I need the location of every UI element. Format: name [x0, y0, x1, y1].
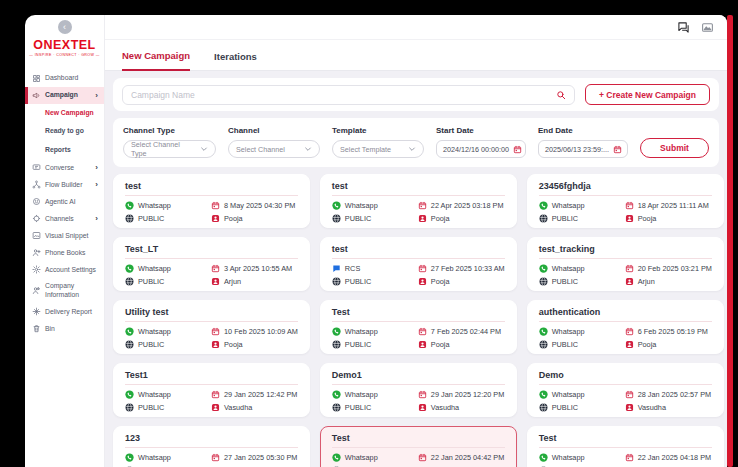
template-select[interactable]: Select Template: [332, 140, 424, 158]
chevron-right-icon: ›: [95, 163, 100, 172]
tab-bar: New CampaignIterations: [105, 40, 727, 71]
topbar: [105, 15, 727, 40]
card-info: Whatsapp22 Jan 2025 04:42 PMPUBLIC: [332, 453, 505, 467]
start-date-group: Start Date 2024/12/16 00:00:00: [436, 126, 526, 158]
card-visibility-label: PUBLIC: [345, 403, 371, 412]
card-channel: Whatsapp: [125, 327, 211, 336]
campaign-card-test[interactable]: testWhatsapp8 May 2025 04:30 PMPUBLICPoo…: [113, 174, 310, 228]
card-owner: Arjun: [625, 277, 712, 286]
card-owner: Pooja: [418, 340, 505, 349]
globe-icon: [332, 340, 341, 349]
chat-icon[interactable]: [677, 21, 690, 34]
card-divider: [332, 384, 505, 385]
create-new-campaign-button[interactable]: + Create New Campaign: [585, 84, 710, 105]
sidebar-item-label: Channels: [45, 215, 74, 223]
card-datetime: 27 Feb 2025 10:33 AM: [418, 264, 505, 273]
card-datetime-label: 29 Jan 2025 12:42 PM: [224, 390, 297, 399]
card-owner-label: Pooja: [431, 340, 450, 349]
sidebar-item-company-information[interactable]: Company Information: [25, 278, 104, 303]
sidebar-item-converse[interactable]: Converse›: [25, 159, 104, 176]
tab-iterations[interactable]: Iterations: [214, 51, 257, 70]
campaign-name-field[interactable]: [122, 85, 575, 105]
phone-books-icon: [32, 248, 41, 257]
card-divider: [539, 321, 712, 322]
sidebar-item-channels[interactable]: Channels›: [25, 210, 104, 227]
card-info: Whatsapp10 Feb 2025 10:09 AMPUBLICPooja: [125, 327, 298, 349]
sidebar-item-reports[interactable]: Reports: [25, 142, 104, 158]
card-info: Whatsapp27 Jan 2025 05:30 PMPUBLIC: [125, 453, 298, 467]
campaign-card-test1[interactable]: Test1Whatsapp29 Jan 2025 12:42 PMPUBLICV…: [113, 363, 310, 417]
channel-select[interactable]: Select Channel: [228, 140, 320, 158]
sidebar-item-visual-snippet[interactable]: Visual Snippet: [25, 227, 104, 244]
template-value: Select Template: [340, 145, 391, 154]
campaign-card-test[interactable]: TestWhatsapp22 Jan 2025 04:18 PMPUBLIC: [527, 426, 724, 467]
card-datetime-label: 18 Apr 2025 11:11 AM: [638, 201, 709, 210]
card-info: Whatsapp20 Feb 2025 03:21 PMPUBLICArjun: [539, 264, 712, 286]
campaign-card-authentication[interactable]: authenticationWhatsapp6 Feb 2025 05:19 P…: [527, 300, 724, 354]
sidebar-item-label: New Campaign: [45, 109, 94, 117]
sidebar-item-phone-books[interactable]: Phone Books: [25, 244, 104, 261]
card-title: test_tracking: [539, 244, 712, 254]
campaign-card-test[interactable]: testRCS27 Feb 2025 10:33 AMPUBLICPooja: [320, 237, 517, 291]
campaign-card-demo[interactable]: DemoWhatsapp28 Jan 2025 02:57 PMPUBLICVa…: [527, 363, 724, 417]
campaign-name-input[interactable]: [131, 90, 556, 100]
submit-button[interactable]: Submit: [640, 138, 709, 158]
card-info: Whatsapp3 Apr 2025 10:55 AMPUBLICArjun: [125, 264, 298, 286]
card-datetime-label: 3 Apr 2025 10:55 AM: [224, 264, 292, 273]
campaign-card-23456fghdja[interactable]: 23456fghdjaWhatsapp18 Apr 2025 11:11 AMP…: [527, 174, 724, 228]
sidebar-item-dashboard[interactable]: Dashboard: [25, 70, 104, 87]
delivery-report-icon: [32, 307, 41, 316]
card-channel: Whatsapp: [539, 264, 625, 273]
start-date-input[interactable]: 2024/12/16 00:00:00: [436, 140, 526, 158]
sidebar-item-flow-builder[interactable]: Flow Builder›: [25, 176, 104, 193]
vertical-scrollbar[interactable]: [727, 15, 733, 467]
card-divider: [332, 258, 505, 259]
sidebar-item-bin[interactable]: Bin: [25, 320, 104, 337]
image-icon[interactable]: [701, 21, 714, 34]
card-owner-label: Pooja: [638, 340, 657, 349]
campaign-card-demo1[interactable]: Demo1Whatsapp29 Jan 2025 12:20 PMPUBLICV…: [320, 363, 517, 417]
campaign-card-test-lt[interactable]: Test_LTWhatsapp3 Apr 2025 10:55 AMPUBLIC…: [113, 237, 310, 291]
campaign-card-test-tracking[interactable]: test_trackingWhatsapp20 Feb 2025 03:21 P…: [527, 237, 724, 291]
calendar-icon[interactable]: [613, 145, 622, 154]
card-info: Whatsapp28 Jan 2025 02:57 PMPUBLICVasudh…: [539, 390, 712, 412]
visual-snippet-icon: [32, 231, 41, 240]
card-title: Test: [332, 307, 505, 317]
card-divider: [539, 447, 712, 448]
chevron-down-icon: [304, 145, 312, 153]
sidebar-item-account-settings[interactable]: Account Settings: [25, 261, 104, 278]
campaign-icon: [32, 91, 41, 100]
campaign-card-123[interactable]: 123Whatsapp27 Jan 2025 05:30 PMPUBLIC: [113, 426, 310, 467]
tab-new-campaign[interactable]: New Campaign: [122, 50, 190, 71]
sidebar-item-new-campaign[interactable]: New Campaign: [25, 105, 104, 121]
calendar-icon: [211, 327, 220, 336]
campaign-card-test[interactable]: testWhatsapp22 Apr 2025 03:18 PMPUBLICPo…: [320, 174, 517, 228]
whatsapp-icon: [125, 390, 134, 399]
sidebar-item-ready-to-go[interactable]: Ready to go: [25, 123, 104, 139]
sidebar-item-label: Bin: [45, 325, 55, 333]
campaign-card-test[interactable]: TestWhatsapp22 Jan 2025 04:42 PMPUBLIC: [320, 426, 517, 467]
calendar-icon[interactable]: [513, 145, 522, 154]
end-date-value: 2025/06/13 23:59:...: [545, 145, 609, 154]
search-icon[interactable]: [556, 90, 566, 100]
start-date-label: Start Date: [436, 126, 526, 135]
card-channel: RCS: [332, 264, 418, 273]
channel-type-value: Select Channel Type: [131, 140, 195, 158]
globe-icon: [539, 340, 548, 349]
channel-type-select[interactable]: Select Channel Type: [123, 140, 216, 158]
card-channel: Whatsapp: [125, 390, 211, 399]
card-info: Whatsapp22 Apr 2025 03:18 PMPUBLICPooja: [332, 201, 505, 223]
sidebar-item-campaign[interactable]: Campaign›: [25, 87, 104, 104]
end-date-input[interactable]: 2025/06/13 23:59:...: [538, 140, 628, 158]
sidebar-item-agentic-ai[interactable]: Agentic AI: [25, 193, 104, 210]
campaign-card-test[interactable]: TestWhatsapp7 Feb 2025 02:44 PMPUBLICPoo…: [320, 300, 517, 354]
card-owner: Pooja: [625, 340, 712, 349]
person-badge-icon: [625, 403, 634, 412]
sidebar-collapse-button[interactable]: ‹: [58, 20, 72, 34]
card-channel-label: Whatsapp: [138, 201, 171, 210]
campaign-card-utility-test[interactable]: Utility testWhatsapp10 Feb 2025 10:09 AM…: [113, 300, 310, 354]
card-channel-label: Whatsapp: [552, 264, 585, 273]
sidebar-item-delivery-report[interactable]: Delivery Report: [25, 303, 104, 320]
sidebar: ‹ ONEXTEL — INSPIRE · CONNECT · GROW — D…: [25, 15, 105, 467]
calendar-icon: [211, 264, 220, 273]
